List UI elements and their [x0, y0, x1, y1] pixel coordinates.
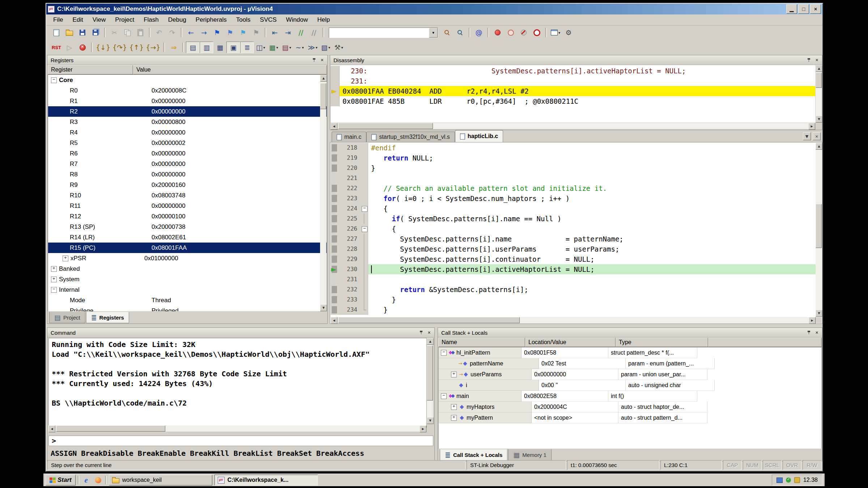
- register-row[interactable]: R40x00000000: [48, 127, 327, 138]
- scroll-up-icon[interactable]: ▲: [427, 338, 434, 345]
- prev-bookmark-button[interactable]: ⚑: [224, 27, 237, 38]
- code-line[interactable]: 220}: [331, 163, 816, 173]
- register-row[interactable]: R13 (SP)0x20000738: [48, 222, 327, 232]
- disassembly-hscrollbar[interactable]: ◀▶: [331, 123, 815, 129]
- dropdown-arrow-icon[interactable]: ▾: [302, 46, 304, 50]
- column-header-location-value[interactable]: Location/Value: [525, 338, 616, 347]
- new-file-button[interactable]: [50, 27, 63, 38]
- analysis-window-button[interactable]: ∼▾: [293, 42, 306, 53]
- callstack-row[interactable]: i0x00 ''auto - unsigned char: [439, 380, 821, 391]
- paste-button[interactable]: [134, 27, 147, 38]
- column-header-type[interactable]: Type: [616, 338, 708, 347]
- disassembly-close-button[interactable]: ×: [813, 57, 820, 64]
- taskbar-window-button-1[interactable]: C:\Keil\workspace_k...: [214, 475, 318, 485]
- scroll-left-icon[interactable]: ◀: [48, 425, 55, 432]
- dropdown-arrow-icon[interactable]: ▾: [276, 46, 278, 50]
- comment-button[interactable]: //: [294, 27, 307, 38]
- menu-edit[interactable]: Edit: [68, 15, 88, 25]
- memory-window-button[interactable]: ▦▾: [267, 42, 280, 53]
- register-row[interactable]: R110x00000000: [48, 201, 327, 211]
- toolbox-button[interactable]: ⚒▾: [332, 42, 345, 53]
- scroll-right-icon[interactable]: ▶: [420, 425, 426, 432]
- scroll-thumb[interactable]: [816, 204, 822, 248]
- close-document-button[interactable]: ×: [813, 132, 821, 140]
- disassembly-line[interactable]: ►0x08001FAA EB040284 ADD r2,r4,r4,LSL #2: [331, 86, 815, 96]
- registers-window-toggle[interactable]: ▣: [226, 42, 240, 53]
- register-row[interactable]: +Banked: [48, 264, 327, 274]
- register-row[interactable]: R90x20000160: [48, 180, 327, 190]
- reset-button[interactable]: RST: [50, 42, 63, 53]
- register-row[interactable]: R50x00000002: [48, 138, 327, 148]
- editor-hscrollbar[interactable]: ◀▶: [331, 317, 816, 323]
- register-row[interactable]: R100x08003748: [48, 190, 327, 201]
- find-input[interactable]: [329, 29, 429, 36]
- code-line[interactable]: 229 SystemDesc.patterns[i].continuator =…: [331, 254, 816, 264]
- clear-bookmarks-button[interactable]: ⚑: [250, 27, 263, 38]
- scroll-thumb[interactable]: [427, 346, 433, 401]
- scroll-left-icon[interactable]: ◀: [331, 123, 337, 130]
- uncomment-button[interactable]: //: [307, 27, 320, 38]
- code-line[interactable]: 224− {: [331, 204, 816, 214]
- step-into-button[interactable]: {↓}: [95, 42, 111, 53]
- registers-pin-button[interactable]: [311, 57, 318, 64]
- collapse-icon[interactable]: −: [51, 77, 57, 83]
- window-layout-button[interactable]: ▾: [549, 27, 562, 38]
- kill-breakpoints-button[interactable]: [517, 27, 530, 38]
- command-vscrollbar[interactable]: ▲▼: [427, 338, 433, 424]
- expand-icon[interactable]: +: [51, 266, 57, 272]
- fold-collapse-icon[interactable]: −: [362, 226, 367, 232]
- scroll-right-icon[interactable]: ▶: [809, 317, 816, 324]
- collapse-icon[interactable]: −: [441, 393, 447, 399]
- serial-window-button[interactable]: ▤▾: [280, 42, 293, 53]
- dropdown-arrow-icon[interactable]: ▾: [316, 46, 318, 50]
- registers-scrollbar[interactable]: ▲▼: [320, 75, 326, 311]
- tab-project[interactable]: ▤Project: [49, 312, 85, 323]
- expand-icon[interactable]: +: [51, 277, 57, 282]
- command-close-button[interactable]: ×: [426, 329, 433, 336]
- outdent-button[interactable]: ⇤: [268, 27, 281, 38]
- dropdown-arrow-icon[interactable]: ▾: [263, 46, 265, 50]
- menu-peripherals[interactable]: Peripherals: [191, 15, 231, 25]
- tab-list-dropdown-icon[interactable]: ▼: [803, 132, 811, 140]
- code-line[interactable]: 222 // Search an available pattern slot …: [331, 183, 816, 193]
- find-button[interactable]: [454, 27, 467, 38]
- show-next-statement-button[interactable]: ⇒: [167, 42, 180, 53]
- start-button[interactable]: Start: [46, 475, 76, 485]
- menu-file[interactable]: File: [48, 15, 68, 25]
- step-over-button[interactable]: {↷}: [111, 42, 128, 53]
- command-pin-button[interactable]: [418, 329, 425, 336]
- redo-button[interactable]: ↷: [166, 27, 179, 38]
- expand-icon[interactable]: +: [451, 372, 457, 377]
- dropdown-arrow-icon[interactable]: ▾: [289, 46, 291, 50]
- callstack-close-button[interactable]: ×: [813, 329, 820, 336]
- menu-flash[interactable]: Flash: [139, 15, 163, 25]
- code-line[interactable]: 234 }: [331, 305, 816, 315]
- menu-window[interactable]: Window: [281, 15, 312, 25]
- scroll-up-icon[interactable]: ▲: [320, 75, 327, 82]
- register-row[interactable]: +System: [48, 274, 327, 284]
- register-row[interactable]: ModeThread: [48, 295, 327, 305]
- code-line[interactable]: 218#endif: [331, 143, 816, 153]
- callstack-row[interactable]: +myHaptors0x2000004Cauto - struct haptor…: [439, 402, 821, 412]
- scroll-left-icon[interactable]: ◀: [331, 317, 337, 324]
- code-line[interactable]: 225 if( SystemDesc.patterns[i].name == N…: [331, 214, 816, 224]
- callstack-pin-button[interactable]: [805, 329, 812, 336]
- register-row[interactable]: R20x00000000: [48, 106, 327, 117]
- watch-window-button[interactable]: ◫▾: [254, 42, 267, 53]
- register-row[interactable]: R80x00000000: [48, 169, 327, 180]
- code-line[interactable]: 228 SystemDesc.patterns[i].userParams = …: [331, 244, 816, 254]
- collapse-icon[interactable]: −: [51, 287, 57, 293]
- configure-button[interactable]: ⚙: [562, 27, 575, 38]
- code-line[interactable]: 233 }: [331, 295, 816, 305]
- disassembly-vscrollbar[interactable]: ▲▼: [816, 65, 822, 123]
- run-to-line-button[interactable]: {→}: [145, 42, 161, 53]
- register-row[interactable]: R00x2000008C: [48, 85, 327, 96]
- cut-button[interactable]: ✂: [108, 27, 121, 38]
- save-all-button[interactable]: [89, 27, 102, 38]
- tab-memory-1[interactable]: ▦Memory 1: [508, 449, 552, 461]
- scroll-down-icon[interactable]: ▼: [816, 310, 822, 317]
- indent-button[interactable]: ⇥: [281, 27, 294, 38]
- step-out-button[interactable]: {↑}: [128, 42, 145, 53]
- column-header-register[interactable]: Register: [48, 65, 133, 74]
- find-combobox[interactable]: ▾: [329, 27, 438, 38]
